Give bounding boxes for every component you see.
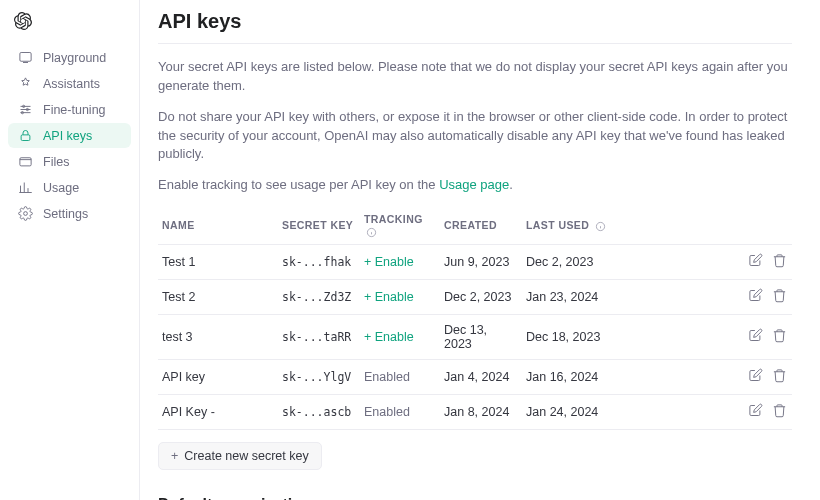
key-created: Dec 13, 2023 xyxy=(440,314,522,359)
create-secret-key-button[interactable]: + Create new secret key xyxy=(158,442,322,470)
sidebar-item-playground[interactable]: Playground xyxy=(8,45,131,70)
intro-paragraph-3: Enable tracking to see usage per API key… xyxy=(158,176,792,195)
col-header-last-used: LAST USED xyxy=(522,207,732,244)
key-tracking: + Enable xyxy=(360,314,440,359)
openai-logo-icon xyxy=(14,12,32,30)
row-actions xyxy=(732,314,792,359)
key-created: Jan 8, 2024 xyxy=(440,394,522,429)
sidebar-item-label: API keys xyxy=(43,129,92,143)
col-header-tracking: TRACKING xyxy=(360,207,440,244)
para3-suffix: . xyxy=(509,177,513,192)
api-keys-table: NAME SECRET KEY TRACKING CREATED LAST US… xyxy=(158,207,792,430)
key-tracking: + Enable xyxy=(360,279,440,314)
key-created: Jan 4, 2024 xyxy=(440,359,522,394)
col-header-name: NAME xyxy=(158,207,278,244)
divider xyxy=(158,43,792,44)
sidebar-item-label: Files xyxy=(43,155,69,169)
sidebar-item-label: Assistants xyxy=(43,77,100,91)
table-row: API keysk-...YlgVEnabledJan 4, 2024Jan 1… xyxy=(158,359,792,394)
info-icon xyxy=(595,221,606,232)
key-secret: sk-...ascb xyxy=(278,394,360,429)
svg-rect-0 xyxy=(20,53,31,62)
table-row: API Key -sk-...ascbEnabledJan 8, 2024Jan… xyxy=(158,394,792,429)
key-tracking: Enabled xyxy=(360,394,440,429)
sidebar-item-fine-tuning[interactable]: Fine-tuning xyxy=(8,97,131,122)
sidebar-item-label: Settings xyxy=(43,207,88,221)
plus-icon: + xyxy=(171,449,178,463)
key-name: API Key - xyxy=(158,394,278,429)
sidebar-item-label: Usage xyxy=(43,181,79,195)
row-actions xyxy=(732,279,792,314)
svg-rect-5 xyxy=(20,158,31,166)
key-name: Test 2 xyxy=(158,279,278,314)
sidebar-item-assistants[interactable]: Assistants xyxy=(8,71,131,96)
page-title: API keys xyxy=(158,10,792,43)
key-last-used: Jan 23, 2024 xyxy=(522,279,732,314)
row-actions xyxy=(732,359,792,394)
key-created: Dec 2, 2023 xyxy=(440,279,522,314)
key-secret: sk-...fhak xyxy=(278,244,360,279)
main-content: API keys Your secret API keys are listed… xyxy=(140,0,820,500)
settings-icon xyxy=(18,206,33,221)
key-secret: sk-...YlgV xyxy=(278,359,360,394)
sidebar-item-api-keys[interactable]: API keys xyxy=(8,123,131,148)
tracking-status: Enabled xyxy=(364,370,410,384)
usage-icon xyxy=(18,180,33,195)
edit-icon[interactable] xyxy=(748,288,764,304)
intro-paragraph-1: Your secret API keys are listed below. P… xyxy=(158,58,792,96)
key-secret: sk-...taRR xyxy=(278,314,360,359)
edit-icon[interactable] xyxy=(748,328,764,344)
edit-icon[interactable] xyxy=(748,368,764,384)
lock-icon xyxy=(18,128,33,143)
sidebar-item-settings[interactable]: Settings xyxy=(8,201,131,226)
info-icon xyxy=(366,227,377,238)
table-row: Test 1sk-...fhak+ EnableJun 9, 2023Dec 2… xyxy=(158,244,792,279)
usage-page-link[interactable]: Usage page xyxy=(439,177,509,192)
enable-tracking-link[interactable]: + Enable xyxy=(364,290,414,304)
sidebar-item-usage[interactable]: Usage xyxy=(8,175,131,200)
key-tracking: + Enable xyxy=(360,244,440,279)
key-name: API key xyxy=(158,359,278,394)
key-name: test 3 xyxy=(158,314,278,359)
key-tracking: Enabled xyxy=(360,359,440,394)
row-actions xyxy=(732,394,792,429)
enable-tracking-link[interactable]: + Enable xyxy=(364,330,414,344)
para3-prefix: Enable tracking to see usage per API key… xyxy=(158,177,439,192)
files-icon xyxy=(18,154,33,169)
sidebar-item-label: Fine-tuning xyxy=(43,103,106,117)
col-header-actions xyxy=(732,207,792,244)
tracking-status: Enabled xyxy=(364,405,410,419)
delete-icon[interactable] xyxy=(772,403,788,419)
key-last-used: Jan 24, 2024 xyxy=(522,394,732,429)
sidebar-item-label: Playground xyxy=(43,51,106,65)
svg-point-6 xyxy=(24,212,28,216)
default-org-title: Default organization xyxy=(158,496,792,500)
col-header-secret: SECRET KEY xyxy=(278,207,360,244)
create-button-label: Create new secret key xyxy=(184,449,308,463)
delete-icon[interactable] xyxy=(772,253,788,269)
table-row: Test 2sk-...Zd3Z+ EnableDec 2, 2023Jan 2… xyxy=(158,279,792,314)
delete-icon[interactable] xyxy=(772,288,788,304)
key-last-used: Dec 18, 2023 xyxy=(522,314,732,359)
col-header-created: CREATED xyxy=(440,207,522,244)
sidebar-item-files[interactable]: Files xyxy=(8,149,131,174)
enable-tracking-link[interactable]: + Enable xyxy=(364,255,414,269)
edit-icon[interactable] xyxy=(748,403,764,419)
delete-icon[interactable] xyxy=(772,328,788,344)
fine-tuning-icon xyxy=(18,102,33,117)
sidebar: Playground Assistants Fine-tuning API ke… xyxy=(0,0,140,500)
table-row: test 3sk-...taRR+ EnableDec 13, 2023Dec … xyxy=(158,314,792,359)
svg-rect-4 xyxy=(21,135,30,141)
edit-icon[interactable] xyxy=(748,253,764,269)
key-created: Jun 9, 2023 xyxy=(440,244,522,279)
intro-paragraph-2: Do not share your API key with others, o… xyxy=(158,108,792,165)
key-last-used: Jan 16, 2024 xyxy=(522,359,732,394)
row-actions xyxy=(732,244,792,279)
key-name: Test 1 xyxy=(158,244,278,279)
key-secret: sk-...Zd3Z xyxy=(278,279,360,314)
logo xyxy=(8,8,131,45)
assistants-icon xyxy=(18,76,33,91)
delete-icon[interactable] xyxy=(772,368,788,384)
key-last-used: Dec 2, 2023 xyxy=(522,244,732,279)
playground-icon xyxy=(18,50,33,65)
